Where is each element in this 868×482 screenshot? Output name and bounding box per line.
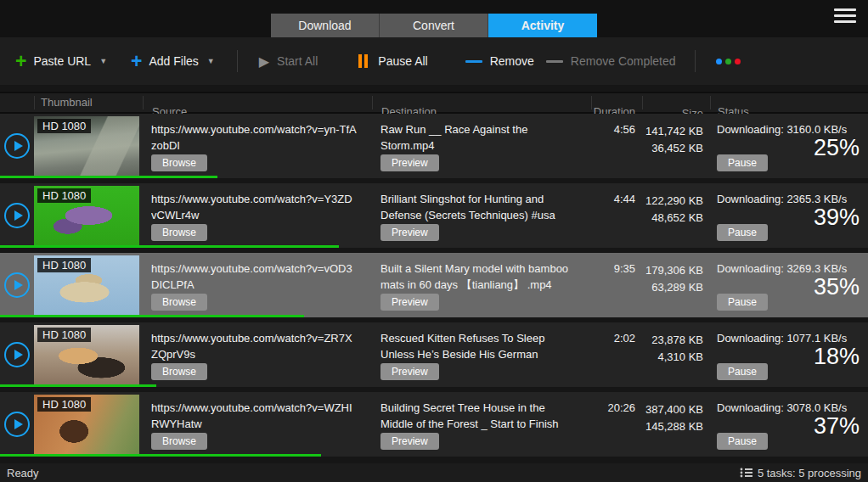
duration-value: 20:26 <box>591 392 642 457</box>
source-url: https://www.youtube.com/watch?v=Y3ZDvCWL… <box>151 191 357 223</box>
status-text: Downloading: 2365.3 KB/s <box>717 193 858 205</box>
percent-text: 39% <box>814 205 860 231</box>
quality-badge: HD 1080 <box>37 188 91 203</box>
toolbar-divider <box>237 50 238 72</box>
remove-completed-label: Remove Completed <box>571 54 676 68</box>
duration-value: 2:02 <box>591 322 642 387</box>
tab-download[interactable]: Download <box>271 14 380 37</box>
table-row[interactable]: HD 1080 https://www.youtube.com/watch?v=… <box>0 392 868 457</box>
toolbar: + Paste URL ▼ + Add Files ▼ ▶ Start All … <box>0 37 868 85</box>
paste-url-button[interactable]: + Paste URL ▼ <box>15 53 107 70</box>
percent-text: 25% <box>814 135 860 161</box>
pause-icon <box>358 54 370 68</box>
play-button[interactable] <box>4 412 30 437</box>
size-downloaded: 48,652 KB <box>642 210 703 227</box>
pause-button[interactable]: Pause <box>717 433 768 450</box>
remove-dash-icon <box>465 60 482 63</box>
video-thumbnail: HD 1080 <box>34 325 139 384</box>
preview-button[interactable]: Preview <box>380 363 439 380</box>
table-row[interactable]: HD 1080 https://www.youtube.com/watch?v=… <box>0 183 868 248</box>
pause-all-button[interactable]: Pause All <box>358 54 427 68</box>
start-all-label: Start All <box>277 54 318 68</box>
play-icon <box>14 210 23 221</box>
add-files-button[interactable]: + Add Files ▼ <box>131 53 215 70</box>
quality-badge: HD 1080 <box>37 328 91 342</box>
progress-bar <box>0 384 156 387</box>
play-icon: ▶ <box>259 53 269 70</box>
video-thumbnail: HD 1080 <box>34 116 139 176</box>
tab-convert[interactable]: Convert <box>380 14 488 37</box>
destination-filename: Brilliant Slingshot for Hunting and Defe… <box>380 191 576 223</box>
plus-icon: + <box>15 53 26 70</box>
remove-completed-dash-icon <box>546 60 563 63</box>
plus-icon: + <box>131 53 142 70</box>
paste-url-label: Paste URL <box>33 54 91 68</box>
size-downloaded: 63,289 KB <box>642 279 703 296</box>
table-row[interactable]: HD 1080 https://www.youtube.com/watch?v=… <box>0 322 868 387</box>
pause-button[interactable]: Pause <box>717 363 768 380</box>
percent-text: 18% <box>814 344 860 370</box>
quality-badge: HD 1080 <box>37 397 91 412</box>
status-text: Downloading: 1077.1 KB/s <box>717 332 858 345</box>
pause-button[interactable]: Pause <box>717 224 768 241</box>
header-status: Status <box>710 96 868 109</box>
preview-button[interactable]: Preview <box>380 154 439 171</box>
header-destination: Destination <box>372 96 591 109</box>
download-list: HD 1080 https://www.youtube.com/watch?v=… <box>0 114 868 457</box>
preview-button[interactable]: Preview <box>380 224 439 241</box>
play-button[interactable] <box>4 133 30 159</box>
source-url: https://www.youtube.com/watch?v=WZHIRWYH… <box>151 400 357 432</box>
status-bar: Ready 5 tasks: 5 processing <box>0 463 868 482</box>
table-row[interactable]: HD 1080 https://www.youtube.com/watch?v=… <box>0 114 868 178</box>
video-thumbnail: HD 1080 <box>34 255 139 315</box>
size-downloaded: 4,310 KB <box>642 349 703 366</box>
destination-filename: Building Secret Tree House in the Middle… <box>380 400 576 432</box>
progress-bar <box>0 176 217 178</box>
remove-completed-button[interactable]: Remove Completed <box>546 54 676 68</box>
size-total: 23,878 KB <box>642 332 703 349</box>
browse-button[interactable]: Browse <box>151 294 207 311</box>
chevron-down-icon[interactable]: ▼ <box>207 57 215 65</box>
main-tabs: Download Convert Activity <box>271 14 597 37</box>
pause-all-label: Pause All <box>378 54 427 68</box>
title-bar: Download Convert Activity <box>0 0 868 37</box>
pause-button[interactable]: Pause <box>717 154 768 171</box>
quality-badge: HD 1080 <box>37 258 91 272</box>
red-dot-icon <box>735 59 741 64</box>
destination-filename: Rescued Kitten Refuses To Sleep Unless H… <box>380 330 576 362</box>
percent-text: 37% <box>814 413 860 440</box>
browse-button[interactable]: Browse <box>151 433 207 450</box>
status-text: Downloading: 3078.0 KB/s <box>717 401 858 414</box>
duration-value: 9:35 <box>591 253 642 317</box>
destination-filename: Raw Run __ Race Against the Storm.mp4 <box>380 121 576 154</box>
progress-bar <box>0 245 339 248</box>
header-duration: Duration <box>591 96 642 109</box>
size-downloaded: 145,288 KB <box>642 418 703 435</box>
browse-button[interactable]: Browse <box>151 363 207 380</box>
remove-button[interactable]: Remove <box>465 54 534 68</box>
size-total: 141,742 KB <box>642 123 703 140</box>
size-total: 387,400 KB <box>642 401 703 418</box>
play-button[interactable] <box>4 203 30 228</box>
play-button[interactable] <box>4 342 30 367</box>
header-play-column <box>0 96 34 109</box>
more-options-dots[interactable] <box>716 59 744 64</box>
browse-button[interactable]: Browse <box>151 224 207 241</box>
source-url: https://www.youtube.com/watch?v=vOD3DICL… <box>151 261 357 293</box>
preview-button[interactable]: Preview <box>380 294 439 311</box>
percent-text: 35% <box>814 274 860 300</box>
preview-button[interactable]: Preview <box>380 433 439 450</box>
table-row[interactable]: HD 1080 https://www.youtube.com/watch?v=… <box>0 253 868 317</box>
status-ready-text: Ready <box>7 467 39 479</box>
play-button[interactable] <box>4 272 30 298</box>
tab-activity[interactable]: Activity <box>488 14 597 37</box>
pause-button[interactable]: Pause <box>717 294 768 311</box>
browse-button[interactable]: Browse <box>151 154 207 171</box>
start-all-button[interactable]: ▶ Start All <box>259 53 318 70</box>
source-url: https://www.youtube.com/watch?v=yn-TfAzo… <box>151 121 357 154</box>
green-dot-icon <box>725 59 731 64</box>
chevron-down-icon[interactable]: ▼ <box>99 57 107 65</box>
tasks-list-icon <box>740 468 752 478</box>
hamburger-menu-icon[interactable] <box>834 8 856 26</box>
quality-badge: HD 1080 <box>37 119 91 133</box>
